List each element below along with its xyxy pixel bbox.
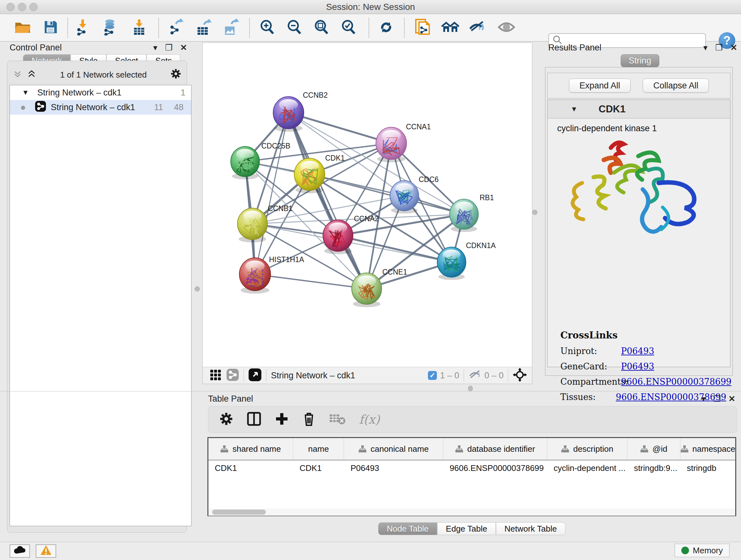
crosslink-label: Compartments: xyxy=(560,377,621,387)
zoom-in-button[interactable] xyxy=(258,18,276,37)
network-node-RB1[interactable] xyxy=(450,199,478,232)
crosshair-icon[interactable] xyxy=(513,368,527,383)
network-node-CCNB2[interactable] xyxy=(273,97,304,132)
refresh-button[interactable] xyxy=(377,18,395,37)
cell-name[interactable]: CDK1 xyxy=(293,463,344,473)
cloud-icon xyxy=(13,545,26,557)
column-header-id[interactable]: @id xyxy=(627,438,680,460)
export-table-button[interactable] xyxy=(194,18,212,37)
panel-close-icon[interactable]: ✕ xyxy=(728,395,735,403)
save-session-button[interactable] xyxy=(42,18,60,37)
network-node-HIST1H1A[interactable] xyxy=(239,258,271,294)
panel-float-icon[interactable]: ▾ xyxy=(703,44,708,52)
column-header-namespace[interactable]: namespace xyxy=(680,438,735,460)
show-panels-button[interactable] xyxy=(497,18,516,37)
zoom-fit-button[interactable] xyxy=(312,18,331,37)
cell-description[interactable]: cyclin-dependent ... xyxy=(547,463,628,473)
delete-table-icon xyxy=(329,413,346,427)
table-row[interactable]: CDK1 CDK1 P06493 9606.ENSP00000378699 cy… xyxy=(208,460,735,476)
grid-view-icon[interactable] xyxy=(209,368,222,382)
network-node-CCNE1[interactable] xyxy=(352,273,382,307)
column-header-shared-name[interactable]: shared name xyxy=(208,438,293,460)
bottom-splitter-handle[interactable] xyxy=(468,386,473,391)
panel-maximize-icon[interactable]: ❐ xyxy=(715,44,723,52)
cell-database-identifier[interactable]: 9606.ENSP00000378699 xyxy=(443,463,547,473)
scrollbar-thumb[interactable] xyxy=(212,509,266,515)
panel-maximize-icon[interactable]: ❐ xyxy=(165,44,172,52)
zoom-out-button[interactable] xyxy=(285,18,304,37)
string-view-icon[interactable] xyxy=(226,368,239,382)
column-header-description[interactable]: description xyxy=(547,438,628,460)
network-node-CCNB1[interactable] xyxy=(238,208,267,243)
selected-checkbox-icon[interactable]: ✓ xyxy=(428,371,437,380)
node-label-RB1: RB1 xyxy=(480,193,494,202)
tab-edge-table[interactable]: Edge Table xyxy=(437,522,496,535)
left-splitter-handle[interactable] xyxy=(195,287,200,292)
cell-canonical-name[interactable]: P06493 xyxy=(344,463,443,473)
tab-string-results[interactable]: String xyxy=(621,54,659,67)
export-network-button[interactable] xyxy=(166,18,185,37)
cloud-status-button[interactable] xyxy=(10,544,30,558)
node-label-CDC6: CDC6 xyxy=(419,175,439,184)
zoom-selected-button[interactable] xyxy=(339,18,358,37)
network-node-CCNA1[interactable] xyxy=(376,127,407,163)
gene-description: cyclin-dependent kinase 1 xyxy=(548,118,730,133)
crosslink-compartments-link[interactable]: 9606.ENSP00000378699 xyxy=(621,377,731,387)
gear-icon[interactable] xyxy=(171,68,181,81)
network-node-CDKN1A[interactable] xyxy=(437,247,466,280)
expand-all-button[interactable]: Expand All xyxy=(569,78,631,92)
panel-close-icon[interactable]: ✕ xyxy=(730,44,737,52)
column-header-canonical-name[interactable]: canonical name xyxy=(344,438,443,460)
show-columns-icon[interactable] xyxy=(247,412,261,428)
open-folder-icon xyxy=(14,20,31,36)
home-button[interactable] xyxy=(441,18,460,37)
cell-id[interactable]: stringdb:9... xyxy=(627,463,680,473)
network-node-CCNA2[interactable] xyxy=(323,220,353,254)
string-import-button[interactable] xyxy=(414,18,432,37)
add-column-icon[interactable] xyxy=(275,412,289,427)
memory-button[interactable]: Memory xyxy=(675,544,730,557)
section-collapse-icon[interactable]: ▼ xyxy=(570,105,578,113)
import-table-button[interactable] xyxy=(130,18,148,37)
cell-shared-name[interactable]: CDK1 xyxy=(208,463,293,473)
collapse-all-button[interactable]: Collapse All xyxy=(643,78,709,92)
crosslink-uniprot-link[interactable]: P06493 xyxy=(621,346,654,356)
tab-node-table[interactable]: Node Table xyxy=(378,522,437,535)
column-header-name[interactable]: name xyxy=(293,438,344,460)
network-collection-row[interactable]: ▼ String Network – cdk1 1 xyxy=(10,85,191,100)
network-canvas[interactable]: CCNB2CCNA1CDC25BCDK1CDC6RB1CCNB1CCNA2CDK… xyxy=(203,43,532,367)
warnings-button[interactable] xyxy=(36,544,56,558)
import-network-file-button[interactable] xyxy=(73,18,92,37)
network-node-CDC25B[interactable] xyxy=(231,146,259,179)
export-image-button[interactable] xyxy=(221,18,240,37)
horizontal-scrollbar[interactable] xyxy=(208,509,735,516)
results-panel: Results Panel ▾ ❐ ✕ String Expand All Co… xyxy=(544,43,739,396)
expand-all-icon[interactable] xyxy=(27,69,37,81)
open-session-button[interactable] xyxy=(13,18,32,37)
node-table[interactable]: shared name name canonical name database… xyxy=(207,437,736,516)
node-label-CCNA1: CCNA1 xyxy=(406,123,431,131)
panel-close-icon[interactable]: ✕ xyxy=(180,44,187,52)
tab-network-table[interactable]: Network Table xyxy=(496,522,565,535)
panel-float-icon[interactable]: ▾ xyxy=(701,395,705,403)
collapse-triangle-icon[interactable]: ▼ xyxy=(22,88,29,97)
table-settings-gear-icon[interactable] xyxy=(219,412,233,427)
birdseye-view-icon[interactable] xyxy=(248,368,262,383)
delete-column-icon[interactable] xyxy=(302,411,316,428)
network-node-CDC6[interactable] xyxy=(390,181,419,213)
network-row[interactable]: ● String Network – cdk1 11 48 xyxy=(10,100,191,115)
right-splitter-handle[interactable] xyxy=(532,210,537,215)
import-network-database-button[interactable] xyxy=(100,18,119,37)
node-label-CDKN1A: CDKN1A xyxy=(466,241,496,250)
collapse-all-icon[interactable] xyxy=(13,69,22,81)
crosslink-genecard-link[interactable]: P06493 xyxy=(621,361,654,371)
network-node-CDK1[interactable] xyxy=(294,159,325,193)
panel-maximize-icon[interactable]: ❐ xyxy=(713,395,721,403)
hide-panels-button[interactable] xyxy=(468,18,487,37)
panel-float-icon[interactable]: ▾ xyxy=(153,44,157,52)
cell-namespace[interactable]: stringdb xyxy=(680,463,735,473)
hidden-eye-icon[interactable] xyxy=(468,369,481,381)
network-view[interactable]: CCNB2CCNA1CDC25BCDK1CDC6RB1CCNB1CCNA2CDK… xyxy=(202,43,532,384)
gene-section-header[interactable]: ▼ CDK1 xyxy=(548,100,730,118)
column-header-database-identifier[interactable]: database identifier xyxy=(443,438,547,460)
